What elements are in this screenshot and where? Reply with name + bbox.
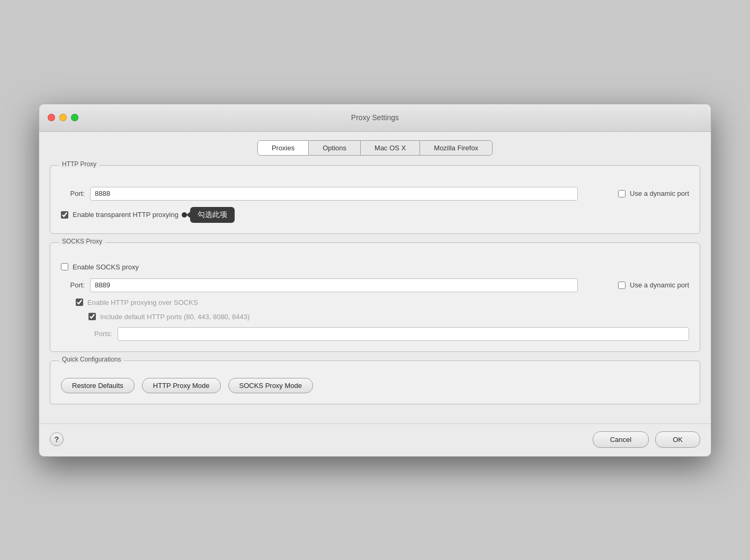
http-dynamic-port-label: Use a dynamic port	[630, 189, 689, 197]
tooltip-text: 勾选此项	[198, 210, 227, 219]
bottom-bar: ? Cancel OK	[39, 423, 711, 456]
http-over-socks-row: Enable HTTP proxying over SOCKS	[76, 299, 689, 306]
http-transparent-label: Enable transparent HTTP proxying	[73, 211, 178, 219]
cancel-button[interactable]: Cancel	[593, 431, 649, 448]
socks-dynamic-port-label: Use a dynamic port	[630, 281, 689, 289]
socks-dynamic-port-checkbox[interactable]	[618, 282, 626, 289]
socks-enable-checkbox[interactable]	[61, 263, 68, 270]
window-content: Proxies Options Mac OS X Mozilla Firefox…	[39, 132, 711, 423]
http-transparent-checkbox[interactable]	[61, 211, 68, 219]
default-ports-row: Include default HTTP ports (80, 443, 808…	[88, 313, 689, 321]
tabs-bar: Proxies Options Mac OS X Mozilla Firefox	[50, 140, 700, 156]
socks-dynamic-port-wrap: Use a dynamic port	[583, 281, 689, 289]
http-port-row: Port: Use a dynamic port	[61, 187, 689, 201]
quick-config-section-title: Quick Configurations	[59, 356, 124, 363]
http-port-input[interactable]	[90, 187, 578, 201]
socks-port-label: Port:	[61, 281, 85, 289]
http-over-socks-label: Enable HTTP proxying over SOCKS	[87, 299, 198, 306]
tab-proxies[interactable]: Proxies	[258, 141, 309, 155]
tab-options[interactable]: Options	[309, 141, 361, 155]
window-title: Proxy Settings	[351, 113, 399, 122]
http-proxy-section-title: HTTP Proxy	[59, 160, 100, 168]
quick-config-buttons: Restore Defaults HTTP Proxy Mode SOCKS P…	[61, 378, 689, 393]
proxy-settings-window: Proxy Settings Proxies Options Mac OS X …	[39, 104, 711, 457]
socks-port-row: Port: Use a dynamic port	[61, 278, 689, 292]
minimize-button[interactable]	[59, 114, 67, 121]
restore-defaults-button[interactable]: Restore Defaults	[61, 378, 135, 393]
ok-button[interactable]: OK	[655, 431, 700, 448]
http-over-socks-checkbox[interactable]	[76, 299, 83, 306]
ports-row: Ports:	[88, 327, 689, 341]
socks-port-input[interactable]	[90, 278, 578, 292]
close-button[interactable]	[48, 114, 55, 121]
http-dynamic-port-checkbox[interactable]	[618, 190, 626, 197]
socks-enable-label: Enable SOCKS proxy	[73, 263, 139, 271]
http-proxy-mode-button[interactable]: HTTP Proxy Mode	[142, 378, 221, 393]
socks-proxy-section-title: SOCKS Proxy	[59, 238, 105, 245]
http-dynamic-port-wrap: Use a dynamic port	[583, 189, 689, 197]
default-ports-label: Include default HTTP ports (80, 443, 808…	[100, 313, 249, 321]
quick-config-section: Quick Configurations Restore Defaults HT…	[50, 360, 700, 404]
ports-input[interactable]	[118, 327, 689, 341]
socks-enable-row: Enable SOCKS proxy	[61, 263, 689, 271]
window-controls	[48, 114, 78, 121]
socks-proxy-section: SOCKS Proxy Enable SOCKS proxy Port: Use…	[50, 242, 700, 352]
tab-firefox[interactable]: Mozilla Firefox	[420, 141, 492, 155]
tab-macosx[interactable]: Mac OS X	[361, 141, 420, 155]
socks-proxy-mode-button[interactable]: SOCKS Proxy Mode	[228, 378, 314, 393]
tooltip-bubble: 勾选此项	[190, 207, 235, 223]
title-bar: Proxy Settings	[39, 104, 711, 132]
http-port-label: Port:	[61, 189, 85, 197]
ports-label: Ports:	[88, 330, 112, 338]
help-button[interactable]: ?	[50, 432, 64, 446]
bottom-right-buttons: Cancel OK	[593, 431, 700, 448]
default-ports-checkbox[interactable]	[88, 313, 96, 320]
maximize-button[interactable]	[71, 114, 78, 121]
http-proxy-section: HTTP Proxy Port: Use a dynamic port Enab…	[50, 165, 700, 234]
http-transparent-row: Enable transparent HTTP proxying 勾选此项	[61, 207, 689, 223]
tab-group: Proxies Options Mac OS X Mozilla Firefox	[257, 140, 493, 156]
